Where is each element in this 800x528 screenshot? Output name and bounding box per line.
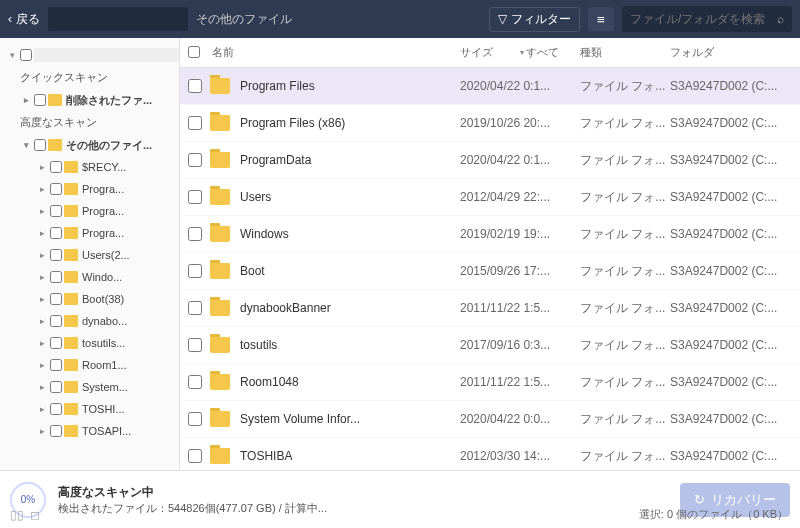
file-row[interactable]: tosutils 2017/09/16 0:3... ファイル フォ... S3… xyxy=(180,327,800,364)
other-checkbox[interactable] xyxy=(34,139,46,151)
sidebar-other-files[interactable]: ▾ その他のファイ... xyxy=(0,134,179,156)
file-row[interactable]: Boot 2015/09/26 17:... ファイル フォ... S3A924… xyxy=(180,253,800,290)
file-checkbox[interactable] xyxy=(188,227,202,241)
sidebar-item[interactable]: ▸ Boot(38) xyxy=(0,288,179,310)
search-icon[interactable]: ⌕ xyxy=(777,12,784,26)
tree-checkbox[interactable] xyxy=(50,315,62,327)
file-checkbox[interactable] xyxy=(188,190,202,204)
folder-icon xyxy=(48,139,62,151)
file-row[interactable]: System Volume Infor... 2020/04/22 0:0...… xyxy=(180,401,800,438)
search-input[interactable] xyxy=(630,12,777,26)
caret-down-icon[interactable]: ▾ xyxy=(6,50,18,60)
sidebar-item[interactable]: ▸ Room1... xyxy=(0,354,179,376)
tree-item-label: tosutils... xyxy=(82,337,125,349)
file-type: ファイル フォ... xyxy=(580,300,670,317)
caret-right-icon[interactable]: ▸ xyxy=(36,338,48,348)
col-all[interactable]: ▾すべて xyxy=(520,45,580,60)
caret-right-icon[interactable]: ▸ xyxy=(36,272,48,282)
sidebar-item[interactable]: ▸ Progra... xyxy=(0,178,179,200)
pause-icon[interactable]: ▯▯ xyxy=(10,508,24,522)
select-all-checkbox[interactable] xyxy=(188,46,200,58)
tree-checkbox[interactable] xyxy=(50,205,62,217)
tree-checkbox[interactable] xyxy=(50,249,62,261)
tree-checkbox[interactable] xyxy=(50,183,62,195)
file-checkbox[interactable] xyxy=(188,301,202,315)
path-input[interactable] xyxy=(48,7,188,31)
file-checkbox[interactable] xyxy=(188,79,202,93)
file-checkbox[interactable] xyxy=(188,375,202,389)
folder-icon xyxy=(48,94,62,106)
file-checkbox[interactable] xyxy=(188,264,202,278)
view-list-button[interactable]: ≡ xyxy=(588,7,614,31)
caret-right-icon[interactable]: ▸ xyxy=(36,426,48,436)
quick-scan-label[interactable]: クイックスキャン xyxy=(0,66,179,89)
caret-right-icon[interactable]: ▸ xyxy=(36,382,48,392)
caret-right-icon[interactable]: ▸ xyxy=(36,316,48,326)
file-date: 2019/10/26 20:... xyxy=(460,116,580,130)
file-checkbox[interactable] xyxy=(188,449,202,463)
tree-checkbox[interactable] xyxy=(50,227,62,239)
filter-button[interactable]: ▽ フィルター xyxy=(489,7,580,32)
file-checkbox[interactable] xyxy=(188,153,202,167)
scan-status-details: 検出されたファイル：544826個(477.07 GB) / 計算中... xyxy=(58,501,668,516)
search-box[interactable]: ⌕ xyxy=(622,6,792,32)
file-row[interactable]: TOSHIBA 2012/03/30 14:... ファイル フォ... S3A… xyxy=(180,438,800,470)
file-checkbox[interactable] xyxy=(188,116,202,130)
file-row[interactable]: Program Files 2020/04/22 0:1... ファイル フォ.… xyxy=(180,68,800,105)
caret-right-icon[interactable]: ▸ xyxy=(36,184,48,194)
tree-checkbox[interactable] xyxy=(50,161,62,173)
caret-right-icon[interactable]: ▸ xyxy=(36,206,48,216)
caret-right-icon[interactable]: ▸ xyxy=(36,162,48,172)
caret-down-icon[interactable]: ▾ xyxy=(20,140,32,150)
caret-right-icon[interactable]: ▸ xyxy=(36,228,48,238)
caret-right-icon[interactable]: ▸ xyxy=(20,95,32,105)
list-icon: ≡ xyxy=(597,12,605,27)
sidebar-item[interactable]: ▸ dynabo... xyxy=(0,310,179,332)
caret-right-icon[interactable]: ▸ xyxy=(36,250,48,260)
caret-right-icon[interactable]: ▸ xyxy=(36,294,48,304)
sidebar-item[interactable]: ▸ Progra... xyxy=(0,222,179,244)
advanced-scan-label[interactable]: 高度なスキャン xyxy=(0,111,179,134)
file-folder: S3A9247D002 (C:... xyxy=(670,375,800,389)
tree-checkbox[interactable] xyxy=(50,359,62,371)
caret-right-icon[interactable]: ▸ xyxy=(36,360,48,370)
sidebar-item[interactable]: ▸ Users(2... xyxy=(0,244,179,266)
sidebar-item[interactable]: ▸ TOSAPI... xyxy=(0,420,179,442)
root-checkbox[interactable] xyxy=(20,49,32,61)
tree-checkbox[interactable] xyxy=(50,381,62,393)
file-checkbox[interactable] xyxy=(188,412,202,426)
folder-icon xyxy=(210,263,230,279)
tree-item-label: Progra... xyxy=(82,227,124,239)
back-button[interactable]: ‹ 戻る xyxy=(8,11,40,28)
file-row[interactable]: Room1048 2011/11/22 1:5... ファイル フォ... S3… xyxy=(180,364,800,401)
col-size[interactable]: サイズ xyxy=(460,45,520,60)
col-type[interactable]: 種類 xyxy=(580,45,670,60)
stop-icon[interactable]: ◻ xyxy=(30,508,40,522)
deleted-checkbox[interactable] xyxy=(34,94,46,106)
sidebar-item[interactable]: ▸ TOSHI... xyxy=(0,398,179,420)
file-row[interactable]: Users 2012/04/29 22:... ファイル フォ... S3A92… xyxy=(180,179,800,216)
funnel-icon: ▽ xyxy=(498,12,507,26)
col-folder[interactable]: フォルダ xyxy=(670,45,800,60)
file-row[interactable]: dynabookBanner 2011/11/22 1:5... ファイル フォ… xyxy=(180,290,800,327)
sidebar-item[interactable]: ▸ tosutils... xyxy=(0,332,179,354)
tree-checkbox[interactable] xyxy=(50,337,62,349)
sidebar-item[interactable]: ▸ Windo... xyxy=(0,266,179,288)
tree-checkbox[interactable] xyxy=(50,425,62,437)
sidebar-item[interactable]: ▸ System... xyxy=(0,376,179,398)
sidebar-root[interactable]: ▾ xyxy=(0,44,179,66)
folder-icon xyxy=(210,226,230,242)
tree-item-label: Progra... xyxy=(82,205,124,217)
tree-checkbox[interactable] xyxy=(50,271,62,283)
sidebar-deleted-files[interactable]: ▸ 削除されたファ... xyxy=(0,89,179,111)
file-checkbox[interactable] xyxy=(188,338,202,352)
tree-checkbox[interactable] xyxy=(50,293,62,305)
file-row[interactable]: ProgramData 2020/04/22 0:1... ファイル フォ...… xyxy=(180,142,800,179)
tree-checkbox[interactable] xyxy=(50,403,62,415)
sidebar-item[interactable]: ▸ Progra... xyxy=(0,200,179,222)
col-name[interactable]: 名前 xyxy=(212,45,460,60)
sidebar-item[interactable]: ▸ $RECY... xyxy=(0,156,179,178)
caret-right-icon[interactable]: ▸ xyxy=(36,404,48,414)
file-row[interactable]: Program Files (x86) 2019/10/26 20:... ファ… xyxy=(180,105,800,142)
file-row[interactable]: Windows 2019/02/19 19:... ファイル フォ... S3A… xyxy=(180,216,800,253)
